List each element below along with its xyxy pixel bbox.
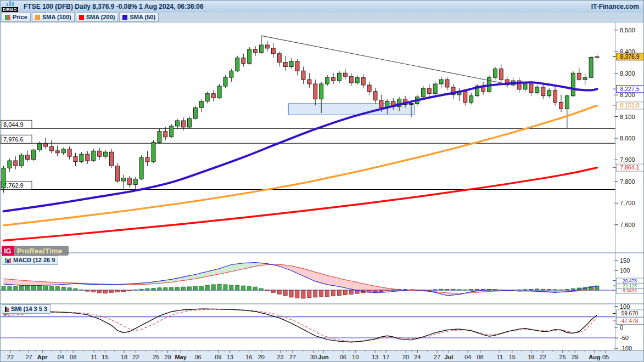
- candle-body[interactable]: [176, 121, 180, 126]
- macd-indicator-tab[interactable]: MACD (12 26 9: [2, 256, 58, 265]
- candle-body[interactable]: [433, 84, 437, 94]
- candle-body[interactable]: [223, 77, 227, 86]
- candle-body[interactable]: [92, 151, 96, 161]
- sma50-line[interactable]: [4, 82, 597, 211]
- candle-body[interactable]: [301, 71, 305, 80]
- smi-indicator-tab[interactable]: SMI (14 3 5 3: [2, 304, 51, 314]
- candle-body[interactable]: [439, 80, 443, 84]
- candle-body[interactable]: [307, 80, 311, 84]
- candle-body[interactable]: [8, 161, 12, 168]
- candle-body[interactable]: [115, 166, 119, 182]
- candle-body[interactable]: [61, 149, 65, 153]
- candle-body[interactable]: [43, 144, 47, 147]
- candle-body[interactable]: [326, 77, 329, 84]
- candle-body[interactable]: [145, 157, 149, 162]
- candle-body[interactable]: [493, 69, 497, 77]
- candle-body[interactable]: [242, 58, 245, 64]
- candle-body[interactable]: [271, 48, 275, 54]
- candle-body[interactable]: [265, 45, 269, 48]
- candle-body[interactable]: [445, 80, 449, 87]
- candle-body[interactable]: [577, 73, 581, 80]
- candle-body[interactable]: [133, 179, 137, 185]
- candle-body[interactable]: [121, 178, 125, 182]
- candle-body[interactable]: [410, 104, 413, 105]
- candle-body[interactable]: [373, 92, 377, 100]
- smi-signal-line[interactable]: [4, 309, 597, 342]
- candle-body[interactable]: [211, 94, 215, 98]
- candle-body[interactable]: [589, 58, 593, 78]
- candle-body[interactable]: [583, 77, 587, 80]
- candle-body[interactable]: [427, 88, 431, 94]
- candle-body[interactable]: [32, 150, 36, 159]
- candle-body[interactable]: [421, 88, 425, 97]
- candle-body[interactable]: [559, 103, 563, 109]
- candle-body[interactable]: [349, 76, 353, 83]
- legend-tab-sma-200[interactable]: SMA (200): [76, 13, 119, 22]
- candle-body[interactable]: [170, 126, 173, 137]
- legend-tab-sma-100[interactable]: SMA (100): [32, 13, 75, 22]
- candle-body[interactable]: [529, 84, 533, 93]
- candle-body[interactable]: [229, 71, 233, 77]
- candle-body[interactable]: [463, 92, 467, 103]
- sma100-line[interactable]: [4, 105, 597, 225]
- candle-body[interactable]: [595, 56, 599, 58]
- candle-body[interactable]: [152, 143, 155, 162]
- candle-body[interactable]: [193, 108, 197, 118]
- candle-body[interactable]: [199, 101, 203, 108]
- candle-body[interactable]: [80, 154, 83, 161]
- sma200-line[interactable]: [4, 168, 597, 241]
- candle-body[interactable]: [320, 84, 323, 99]
- candle-body[interactable]: [14, 161, 18, 166]
- legend-tab-sma-50[interactable]: SMA (50): [119, 13, 159, 22]
- candle-body[interactable]: [565, 96, 569, 109]
- candle-body[interactable]: [361, 77, 365, 85]
- candle-body[interactable]: [523, 84, 527, 89]
- candle-body[interactable]: [38, 144, 42, 150]
- candle-body[interactable]: [74, 156, 77, 162]
- candle-body[interactable]: [283, 63, 287, 67]
- candle-body[interactable]: [49, 146, 53, 151]
- candle-body[interactable]: [553, 90, 557, 103]
- candle-body[interactable]: [55, 151, 59, 153]
- candle-body[interactable]: [104, 152, 108, 156]
- candle-body[interactable]: [295, 61, 299, 71]
- candle-body[interactable]: [260, 45, 264, 53]
- candle-body[interactable]: [338, 73, 341, 81]
- candle-body[interactable]: [469, 96, 473, 103]
- candle-body[interactable]: [313, 84, 317, 99]
- candle-body[interactable]: [205, 94, 209, 101]
- candle-body[interactable]: [379, 100, 383, 108]
- candle-body[interactable]: [332, 77, 335, 81]
- candle-body[interactable]: [277, 54, 281, 63]
- chart-canvas[interactable]: 8,044.97,976.67,762.98,5008,4008,3008,20…: [1, 22, 644, 362]
- candle-body[interactable]: [343, 73, 347, 76]
- candle-body[interactable]: [547, 90, 551, 96]
- candle-body[interactable]: [499, 69, 503, 80]
- provider-logo[interactable]: IG ProRealTime: [2, 246, 69, 256]
- candle-body[interactable]: [535, 87, 539, 93]
- candle-body[interactable]: [289, 61, 293, 67]
- candle-body[interactable]: [188, 118, 192, 127]
- candle-body[interactable]: [98, 151, 102, 156]
- candle-body[interactable]: [182, 121, 186, 127]
- candle-body[interactable]: [236, 58, 239, 71]
- candle-body[interactable]: [86, 154, 89, 161]
- candle-body[interactable]: [367, 85, 371, 92]
- legend-tab-price[interactable]: Price: [2, 13, 31, 22]
- candle-body[interactable]: [110, 152, 114, 166]
- candle-body[interactable]: [2, 168, 5, 188]
- candle-body[interactable]: [571, 73, 575, 95]
- candle-body[interactable]: [158, 132, 161, 143]
- candle-body[interactable]: [541, 87, 545, 96]
- candle-body[interactable]: [254, 49, 257, 53]
- candle-body[interactable]: [139, 157, 143, 179]
- brand-link[interactable]: IT-Finance.com: [591, 3, 639, 10]
- candle-body[interactable]: [127, 178, 131, 185]
- candle-body[interactable]: [68, 149, 71, 156]
- candle-body[interactable]: [217, 86, 221, 98]
- candle-body[interactable]: [26, 155, 30, 160]
- candle-body[interactable]: [164, 132, 167, 137]
- candle-body[interactable]: [248, 49, 251, 64]
- candle-body[interactable]: [355, 77, 359, 83]
- candle-body[interactable]: [20, 155, 24, 166]
